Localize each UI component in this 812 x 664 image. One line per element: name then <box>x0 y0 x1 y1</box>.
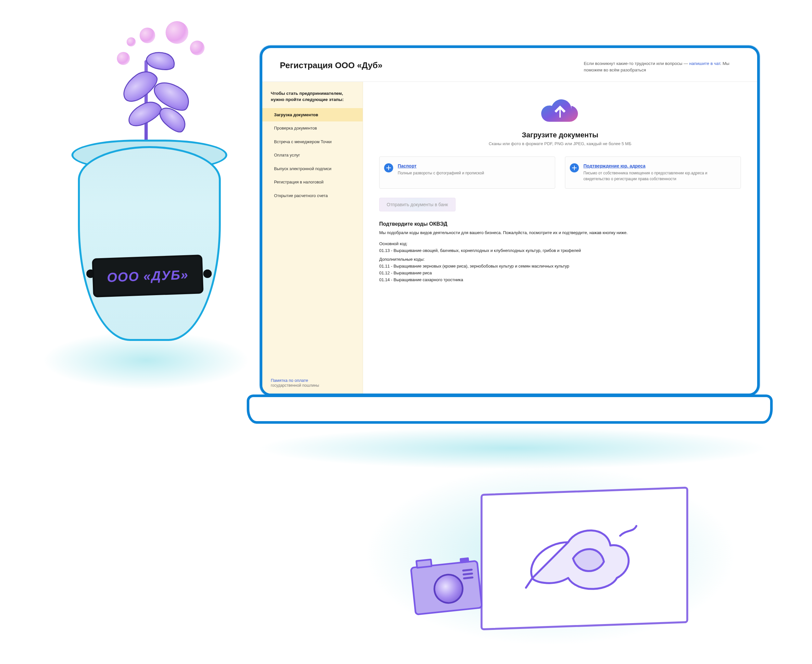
app-header: Регистрация ООО «Дуб» Если возникнут как… <box>262 48 757 82</box>
passport-card-desc: Полные развороты с фотографией и прописк… <box>398 171 484 175</box>
okved-extra-code: 01.14 - Выращивание сахарного тростника <box>379 277 741 282</box>
documents-illustration <box>377 477 718 646</box>
help-prefix: Если возникнут какие-то трудности или во… <box>584 61 689 66</box>
address-card-desc: Письмо от собственника помещения о предо… <box>583 171 707 182</box>
flower-icon <box>513 513 649 597</box>
upload-title: Загрузите документы <box>379 131 741 139</box>
upload-card-address[interactable]: Подтверждение юр. адреса Письмо от собст… <box>565 156 741 189</box>
plus-icon <box>570 163 579 173</box>
okved-heading: Подтвердите коды ОКВЭД <box>379 221 741 227</box>
passport-card-title: Паспорт <box>398 163 484 169</box>
duty-memo-sub: государственной пошлины <box>271 383 319 388</box>
main-content: Загрузите документы Сканы или фото в фор… <box>363 82 757 394</box>
illustration-scene: ООО «ДУБ» Регистрация ООО «Дуб» Если воз… <box>0 0 812 664</box>
address-card-title: Подтверждение юр. адреса <box>583 163 734 169</box>
okved-section: Подтвердите коды ОКВЭД Мы подобрали коды… <box>379 221 741 282</box>
camera-illustration <box>410 560 483 615</box>
okved-extra-code: 01.11 - Выращивание зерновых (кроме риса… <box>379 264 741 269</box>
upload-hero: Загрузите документы Сканы или фото в фор… <box>379 95 741 146</box>
laptop-illustration: Регистрация ООО «Дуб» Если возникнут как… <box>247 46 773 467</box>
sidebar-footer: Памятка по оплате государственной пошлин… <box>262 372 363 394</box>
okved-intro: Мы подобрали коды видов деятельности для… <box>379 229 741 236</box>
step-esignature[interactable]: Выпуск электронной подписи <box>262 162 363 176</box>
pot-label-text: ООО «ДУБ» <box>107 267 189 285</box>
cloud-upload-icon <box>540 95 579 125</box>
step-check-docs[interactable]: Проверка документов <box>262 121 363 135</box>
okved-main-label: Основной код: <box>379 241 741 246</box>
upload-card-passport[interactable]: Паспорт Полные развороты с фотографией и… <box>379 156 555 189</box>
okved-extra-label: Дополнительные коды: <box>379 257 741 262</box>
step-upload-docs[interactable]: Загрузка документов <box>262 108 363 122</box>
step-manager-meeting[interactable]: Встреча с менеджером Точки <box>262 135 363 149</box>
send-documents-button[interactable]: Отправить документы в банк <box>379 198 456 212</box>
okved-extra-code: 01.12 - Выращивание риса <box>379 270 741 275</box>
okved-main-code: 01.13 - Выращивание овощей, бахчевых, ко… <box>379 248 741 253</box>
registration-app: Регистрация ООО «Дуб» Если возникнут как… <box>262 48 757 394</box>
step-open-account[interactable]: Открытие расчетного счета <box>262 189 363 203</box>
plus-icon <box>384 163 393 173</box>
sidebar-title: Чтобы стать предпринимателем, нужно прой… <box>262 90 363 108</box>
step-payment[interactable]: Оплата услуг <box>262 148 363 162</box>
help-hint: Если возникнут какие-то трудности или во… <box>584 60 740 74</box>
duty-memo-link[interactable]: Памятка по оплате <box>271 378 308 383</box>
page-title: Регистрация ООО «Дуб» <box>280 60 382 70</box>
plant-pot-illustration: ООО «ДУБ» <box>29 10 263 399</box>
pot-label: ООО «ДУБ» <box>92 255 203 298</box>
steps-sidebar: Чтобы стать предпринимателем, нужно прой… <box>262 82 363 394</box>
chat-link[interactable]: напишите в чат <box>689 61 720 66</box>
step-tax-registration[interactable]: Регистрация в налоговой <box>262 175 363 189</box>
upload-subtitle: Сканы или фото в формате PDF, PNG или JP… <box>379 141 741 146</box>
